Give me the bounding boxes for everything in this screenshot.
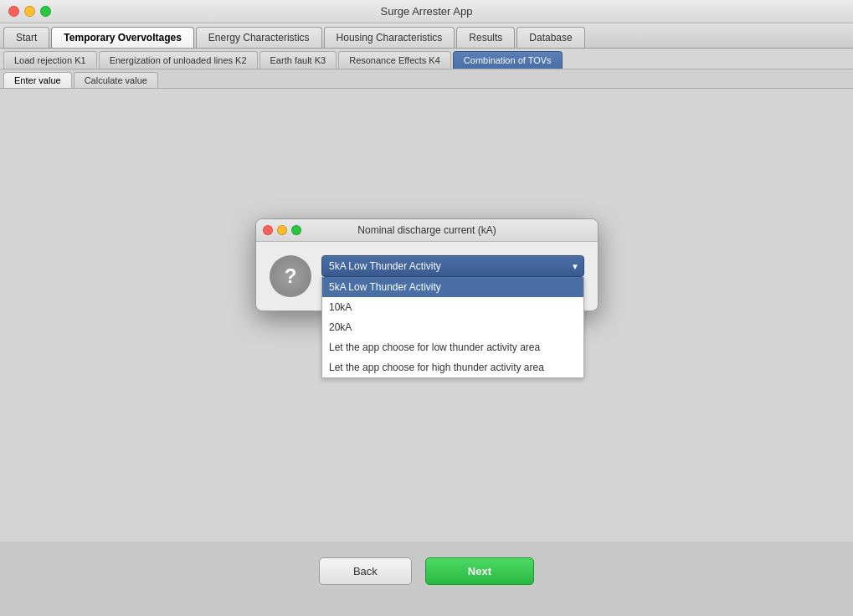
tab-temporary-overvoltages[interactable]: Temporary Overvoltages bbox=[51, 27, 194, 48]
title-bar: Surge Arrester App bbox=[0, 0, 853, 23]
sub-tab-earth-fault[interactable]: Earth fault K3 bbox=[259, 51, 337, 69]
sub-tab-energization[interactable]: Energization of unloaded lines K2 bbox=[99, 51, 258, 69]
dropdown-option-low-thunder[interactable]: Let the app choose for low thunder activ… bbox=[322, 337, 583, 357]
inner-tabs: Enter value Calculate value bbox=[0, 69, 853, 89]
dropdown-list: 5kA Low Thunder Activity 10kA 20kA Let t… bbox=[321, 277, 584, 378]
dropdown-option-5ka[interactable]: 5kA Low Thunder Activity bbox=[322, 277, 583, 297]
nav-tabs: Start Temporary Overvoltages Energy Char… bbox=[0, 23, 853, 49]
modal-title: Nominal discharge current (kA) bbox=[357, 224, 496, 236]
modal-close-button[interactable] bbox=[263, 225, 273, 235]
window-title: Surge Arrester App bbox=[381, 5, 473, 18]
tab-energy-characteristics[interactable]: Energy Characteristics bbox=[196, 27, 322, 48]
modal-content-area: 5kA Low Thunder Activity ▼ 5kA Low Thund… bbox=[321, 255, 584, 277]
sub-tab-load-rejection[interactable]: Load rejection K1 bbox=[3, 51, 97, 69]
tab-database[interactable]: Database bbox=[516, 27, 584, 48]
modal-body: ? 5kA Low Thunder Activity ▼ 5kA Low Thu… bbox=[256, 242, 598, 311]
modal-window-controls[interactable] bbox=[263, 225, 301, 235]
minimize-button[interactable] bbox=[24, 6, 35, 17]
modal-dialog: Nominal discharge current (kA) ? 5kA Low… bbox=[255, 218, 599, 311]
dropdown-arrow-icon: ▼ bbox=[571, 262, 579, 271]
main-content: Nominal discharge current (kA) ? 5kA Low… bbox=[0, 89, 853, 600]
tab-start[interactable]: Start bbox=[3, 27, 49, 48]
next-button[interactable]: Next bbox=[425, 557, 534, 585]
sub-tab-resonance[interactable]: Resonance Effects K4 bbox=[338, 51, 451, 69]
dropdown-option-10ka[interactable]: 10kA bbox=[322, 297, 583, 317]
dropdown-option-20ka[interactable]: 20kA bbox=[322, 317, 583, 337]
tab-housing-characteristics[interactable]: Housing Characteristics bbox=[324, 27, 455, 48]
inner-tab-enter-value[interactable]: Enter value bbox=[3, 72, 72, 88]
back-button[interactable]: Back bbox=[319, 557, 412, 585]
sub-tab-combination[interactable]: Combination of TOVs bbox=[453, 51, 563, 69]
window-controls[interactable] bbox=[8, 6, 51, 17]
modal-minimize-button[interactable] bbox=[277, 225, 287, 235]
discharge-current-dropdown[interactable]: 5kA Low Thunder Activity ▼ 5kA Low Thund… bbox=[321, 255, 584, 277]
dropdown-selected-value[interactable]: 5kA Low Thunder Activity ▼ bbox=[321, 255, 584, 277]
inner-tab-calculate-value[interactable]: Calculate value bbox=[74, 72, 158, 88]
modal-maximize-button[interactable] bbox=[291, 225, 301, 235]
sub-tabs: Load rejection K1 Energization of unload… bbox=[0, 49, 853, 69]
close-button[interactable] bbox=[8, 6, 19, 17]
maximize-button[interactable] bbox=[40, 6, 51, 17]
question-icon: ? bbox=[270, 255, 311, 297]
modal-overlay: Nominal discharge current (kA) ? 5kA Low… bbox=[0, 89, 853, 600]
tab-results[interactable]: Results bbox=[456, 27, 515, 48]
bottom-bar: Back Next bbox=[0, 542, 853, 600]
modal-title-bar: Nominal discharge current (kA) bbox=[256, 219, 598, 242]
dropdown-option-high-thunder[interactable]: Let the app choose for high thunder acti… bbox=[322, 357, 583, 377]
